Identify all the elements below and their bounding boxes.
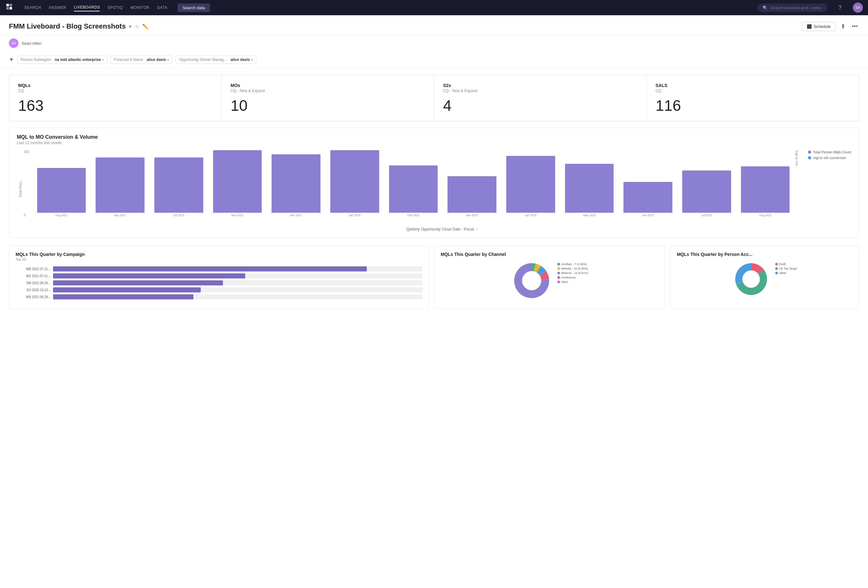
bar[interactable] [389, 165, 438, 213]
bar[interactable] [682, 171, 731, 213]
bar[interactable] [741, 167, 790, 213]
more-options-icon[interactable]: ••• [850, 22, 859, 31]
help-button[interactable]: ? [835, 3, 845, 13]
mql-chart-sub: Last 12 months this month [17, 141, 851, 145]
bar-label: Mar 2022 [466, 214, 478, 217]
hbar-row: WB 2022.07.21... [16, 267, 422, 271]
y-tick-max: 320 [24, 150, 33, 154]
nav-monitor[interactable]: MONITOR [130, 4, 150, 11]
donut-legend-dot [775, 272, 778, 274]
bar[interactable] [447, 176, 496, 213]
donut-legend-item: AE Top Target [775, 267, 797, 270]
svg-rect-1 [10, 4, 12, 6]
donut-segment[interactable] [735, 263, 751, 284]
metric-s2s-sub: CQ - New & Expand [443, 88, 638, 93]
donut-legend-dot [557, 276, 560, 279]
search-data-button[interactable]: Search data [177, 3, 210, 12]
channel-legend: Ancillary - 7 (3.56%)Website - 10 (5.26%… [557, 260, 588, 283]
bar[interactable] [272, 154, 320, 213]
hbar-fill [53, 294, 193, 299]
bar-group: Oct 2021 [150, 150, 207, 217]
bar[interactable] [37, 168, 86, 213]
bar[interactable] [565, 164, 614, 213]
donut-legend-item: Website - 10 (5.26%) [557, 267, 588, 270]
bar-group: Aug 2022 [737, 150, 794, 217]
bar-label: Jul 2022 [701, 214, 712, 217]
bar-group: Dec 2021 [267, 150, 325, 217]
metrics-grid: MQLs CQ 163 MOs CQ - New & Expand 10 S2s… [9, 75, 859, 121]
nav-search[interactable]: SEARCH [24, 4, 41, 11]
donut-legend-item: Webinar - 13 (6.81%) [557, 271, 588, 275]
title-row: FMM Liveboard - Blog Screenshots ▾ ☆ ✏️ [9, 22, 149, 31]
bar-group: Aug 2021 [33, 150, 90, 217]
bar[interactable] [213, 150, 262, 213]
filter-forecast[interactable]: Forecast A Name alice davis ▾ [111, 56, 173, 64]
user-avatar[interactable]: SA [853, 3, 863, 13]
metric-mos-sub: CQ - New & Expand [230, 88, 425, 93]
bar-group: May 2022 [561, 150, 618, 217]
campaign-card: MQLs This Quarter by Campaign Top 20 WB … [9, 246, 429, 309]
svg-rect-2 [6, 7, 9, 10]
metric-s2s: S2s CQ - New & Expand 4 [434, 75, 646, 121]
legend-conversion-dot [808, 156, 811, 159]
filter-subregion-arrow: ▾ [102, 58, 104, 62]
hbar-label: WS 2021.06.29... [16, 295, 50, 299]
bar[interactable] [154, 158, 203, 213]
bar[interactable] [96, 158, 145, 213]
hbar-fill [53, 280, 223, 286]
sort-icon[interactable]: ↑ [476, 227, 478, 231]
hbar-track [53, 280, 422, 286]
hbar-label: EV 2020.10.12... [16, 288, 50, 292]
donut-legend-item: [Null] [775, 262, 797, 266]
hbar-row: WS 2021.06.29... [16, 294, 422, 299]
hbar-fill [53, 267, 367, 271]
bar-group: Jun 2022 [619, 150, 677, 217]
global-search-box[interactable]: 🔍 [757, 3, 827, 12]
hbar-label: WB 2022.07.21... [16, 267, 50, 271]
bar[interactable] [330, 150, 379, 213]
hbar-track [53, 273, 422, 279]
y-axis-label: Total Pers... [17, 150, 24, 226]
author-row: SA Sean Allen [0, 35, 868, 52]
bar-label: Jun 2022 [642, 214, 654, 217]
bar-label: Dec 2021 [290, 214, 303, 217]
main-content: FMM Liveboard - Blog Screenshots ▾ ☆ ✏️ … [0, 15, 868, 588]
donut-legend-dot [557, 272, 560, 274]
bar-group: Jul 2022 [678, 150, 735, 217]
x-axis-title: Qarterly Opportunity Close Date - Fiscal… [17, 226, 851, 231]
nav-liveboards[interactable]: LIVEBOARDS [74, 4, 100, 12]
dropdown-icon[interactable]: ▾ [129, 24, 131, 29]
person-acc-donut [732, 260, 770, 298]
metric-sals-sub: CQ [655, 88, 850, 93]
filter-subregion[interactable]: Person Subregion na mid atlantic enterpr… [17, 56, 107, 64]
hbar-row: SM 2022.08.24... [16, 280, 422, 286]
share-icon[interactable]: ⬆ [839, 22, 847, 31]
filter-owner-val: alice davis [230, 57, 250, 62]
favorite-icon[interactable]: ☆ [135, 24, 139, 29]
nav-answer[interactable]: ANSWER [49, 4, 66, 11]
metric-s2s-value: 4 [443, 98, 638, 113]
edit-icon[interactable]: ✏️ [142, 24, 149, 29]
bar[interactable] [506, 156, 555, 213]
metric-mqls-label: MQLs [18, 83, 213, 88]
bar[interactable] [623, 182, 672, 213]
channel-card: MQLs This Quarter by Channel Ancillary -… [434, 246, 665, 309]
channel-title: MQLs This Quarter by Channel [441, 252, 658, 257]
schedule-button[interactable]: ⬛ Schedule [802, 22, 836, 31]
nav-data[interactable]: DATA [157, 4, 167, 11]
global-search-input[interactable] [770, 5, 821, 10]
campaign-title: MQLs This Quarter by Campaign [16, 252, 422, 257]
filter-owner[interactable]: Opportunity Owner Manag... alice davis ▾ [176, 56, 256, 64]
hbar-fill [53, 273, 245, 279]
bar-group: Nov 2021 [209, 150, 266, 217]
nav-spotiq[interactable]: SPOTIQ [107, 4, 123, 11]
svg-rect-3 [10, 7, 12, 10]
schedule-icon: ⬛ [807, 24, 812, 29]
y-ticks: 320 0 [24, 150, 33, 226]
logo[interactable] [5, 3, 14, 13]
donut-legend-dot [557, 263, 560, 265]
bar-group: Feb 2022 [385, 150, 442, 217]
filters-row: ▼ Person Subregion na mid atlantic enter… [0, 52, 868, 69]
author-name: Sean Allen [22, 41, 41, 46]
bar-label: Feb 2022 [407, 214, 419, 217]
